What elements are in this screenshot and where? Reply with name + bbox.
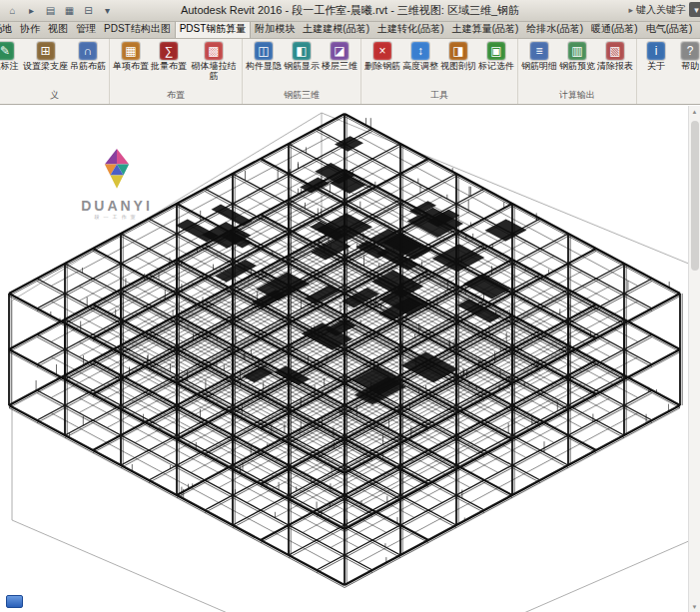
tab-场地[interactable]: 场地 (0, 22, 16, 38)
button-label: 批量布置 (151, 62, 187, 72)
qat-dropdown-icon[interactable]: ▾ (99, 3, 116, 19)
views-icon[interactable]: ▤ (42, 3, 59, 19)
button-label: 钢筋预览 (559, 62, 595, 72)
open-menu-arrow-icon[interactable]: ▸ (23, 3, 40, 19)
ribbon-group-钢筋三维: ◫构件显隐◧钢筋显示◪楼层三维钢筋三维 (243, 39, 361, 104)
ribbon-tabs: 场地协作视图管理PDST结构出图PDST钢筋算量附加模块土建建模(品茗)土建转化… (0, 22, 700, 39)
ribbon: ✎位标注⊞设置梁支座∩吊筋布筋义▦单项布置∑批量布置▩砌体墙拉结筋布置◫构件显隐… (0, 39, 700, 105)
button-label: 吊筋布筋 (70, 62, 106, 72)
group-label: 计算输出 (520, 88, 634, 103)
tab-土建转化(品茗)[interactable]: 土建转化(品茗) (373, 22, 448, 38)
tab-PDST结构出图[interactable]: PDST结构出图 (100, 22, 175, 38)
tab-协作[interactable]: 协作 (16, 22, 44, 38)
button-label: 关于 (647, 62, 665, 72)
sheet-icon[interactable]: ▦ (61, 3, 78, 19)
ribbon-group-工具: ×删除钢筋↕高度调整◨视图剖切▣标记选件工具 (361, 39, 518, 104)
logo-sub-text: 段一工作室 (72, 214, 162, 220)
ribbon-group-义: ✎位标注⊞设置梁支座∩吊筋布筋义 (0, 39, 110, 104)
tab-附加模块[interactable]: 附加模块 (251, 22, 299, 38)
button-label: 楼层三维 (322, 62, 357, 72)
drawing-area[interactable]: DUANYI 段一工作室 ▲ ▼ (0, 106, 700, 612)
button-label: 高度调整 (402, 62, 438, 72)
button-吊筋布筋[interactable]: ∩吊筋布筋 (69, 42, 107, 72)
batch-place-icon: ∑ (160, 42, 178, 60)
home-icon[interactable]: ⌂ (4, 3, 21, 19)
button-label: 砌体墙拉结筋 (189, 62, 239, 82)
tab-土建建模(品茗)[interactable]: 土建建模(品茗) (299, 22, 373, 38)
clear-report-icon: ▧ (606, 42, 624, 60)
button-label: 构件显隐 (246, 62, 282, 72)
button-label: 设置梁支座 (23, 62, 68, 72)
scroll-down-icon[interactable]: ▼ (692, 601, 698, 612)
tag-select-icon: ▣ (487, 42, 505, 60)
rebar-display-icon: ◧ (293, 42, 311, 60)
height-adjust-icon: ↕ (411, 42, 429, 60)
scrollbar-thumb[interactable] (691, 121, 699, 271)
button-label: 删除钢筋 (364, 62, 400, 72)
rebar-preview-icon: ▥ (568, 42, 586, 60)
button-高度调整[interactable]: ↕高度调整 (401, 42, 439, 72)
tab-给排水(品茗)[interactable]: 给排水(品茗) (522, 22, 587, 38)
ribbon-group-布置: ▦单项布置∑批量布置▩砌体墙拉结筋布置 (110, 39, 243, 104)
button-label: 帮助 (681, 62, 699, 72)
button-删除钢筋[interactable]: ×删除钢筋 (363, 42, 401, 72)
search-input[interactable]: 键入关键字 (636, 3, 686, 17)
group-label: 钢筋三维 (245, 88, 358, 103)
button-钢筋显示[interactable]: ◧钢筋显示 (283, 42, 321, 72)
logo-brand-text: DUANYI (72, 198, 162, 214)
info-center-search[interactable]: ▸ 键入关键字 ▾ (628, 2, 700, 17)
scroll-up-icon[interactable]: ▲ (692, 106, 698, 117)
button-钢筋预览[interactable]: ▥钢筋预览 (558, 42, 596, 72)
button-视图剖切[interactable]: ◨视图剖切 (439, 42, 477, 72)
group-label (639, 88, 700, 103)
beam-support-icon: ⊞ (37, 42, 55, 60)
navigation-wheel-icon[interactable] (6, 595, 23, 608)
masonry-tie-rebar-icon: ▩ (205, 42, 223, 60)
group-label: 义 (2, 88, 107, 103)
print-icon[interactable]: ⊟ (80, 3, 97, 19)
single-place-icon: ▦ (122, 42, 140, 60)
button-label: 位标注 (0, 62, 19, 72)
floor-3d-icon: ◪ (331, 42, 349, 60)
button-标记选件[interactable]: ▣标记选件 (477, 42, 515, 72)
button-位标注[interactable]: ✎位标注 (0, 42, 22, 72)
tab-安装算量[interactable]: 安装算量 (696, 22, 700, 38)
button-关于[interactable]: i关于 (639, 42, 673, 72)
duanyi-logo: DUANYI 段一工作室 (72, 148, 162, 220)
button-楼层三维[interactable]: ◪楼层三维 (321, 42, 358, 72)
button-构件显隐[interactable]: ◫构件显隐 (245, 42, 283, 72)
tab-管理[interactable]: 管理 (72, 22, 100, 38)
about-icon: i (647, 42, 665, 60)
component-visibility-icon: ◫ (255, 42, 273, 60)
chevron-icon: ▸ (628, 5, 633, 15)
button-批量布置[interactable]: ∑批量布置 (150, 42, 188, 72)
group-label: 布置 (112, 88, 240, 103)
button-label: 清除报表 (597, 62, 633, 72)
button-设置梁支座[interactable]: ⊞设置梁支座 (22, 42, 69, 72)
button-label: 视图剖切 (440, 62, 476, 72)
button-砌体墙拉结筋[interactable]: ▩砌体墙拉结筋 (188, 42, 240, 82)
button-钢筋明细[interactable]: ≡钢筋明细 (520, 42, 558, 72)
title-bar: ⌂▸▤▦⊟▾ Autodesk Revit 2016 - 段一工作室-晨曦.rv… (0, 0, 700, 22)
tab-视图[interactable]: 视图 (44, 22, 72, 38)
tab-土建算量(品茗)[interactable]: 土建算量(品茗) (448, 22, 523, 38)
tab-电气(品茗)[interactable]: 电气(品茗) (642, 22, 697, 38)
view-section-icon: ◨ (449, 42, 467, 60)
delete-rebar-icon: × (373, 42, 391, 60)
search-icon[interactable]: ▾ (689, 2, 700, 17)
vertical-scrollbar[interactable]: ▲ ▼ (688, 106, 700, 612)
ribbon-group-计算输出: ≡钢筋明细▥钢筋预览▧清除报表计算输出 (518, 39, 637, 104)
group-label: 工具 (363, 88, 515, 103)
button-帮助[interactable]: ?帮助 (673, 42, 700, 72)
button-label: 单项布置 (113, 62, 149, 72)
button-label: 钢筋明细 (521, 62, 557, 72)
position-tag-icon: ✎ (0, 42, 14, 60)
tab-PDST钢筋算量[interactable]: PDST钢筋算量 (175, 22, 252, 38)
ribbon-group-extra: i关于?帮助 (637, 39, 700, 104)
help-icon: ? (681, 42, 699, 60)
quick-access-toolbar: ⌂▸▤▦⊟▾ (0, 3, 116, 19)
tab-暖通(品茗)[interactable]: 暖通(品茗) (587, 22, 642, 38)
button-单项布置[interactable]: ▦单项布置 (112, 42, 150, 72)
button-label: 钢筋显示 (284, 62, 320, 72)
button-清除报表[interactable]: ▧清除报表 (596, 42, 634, 72)
